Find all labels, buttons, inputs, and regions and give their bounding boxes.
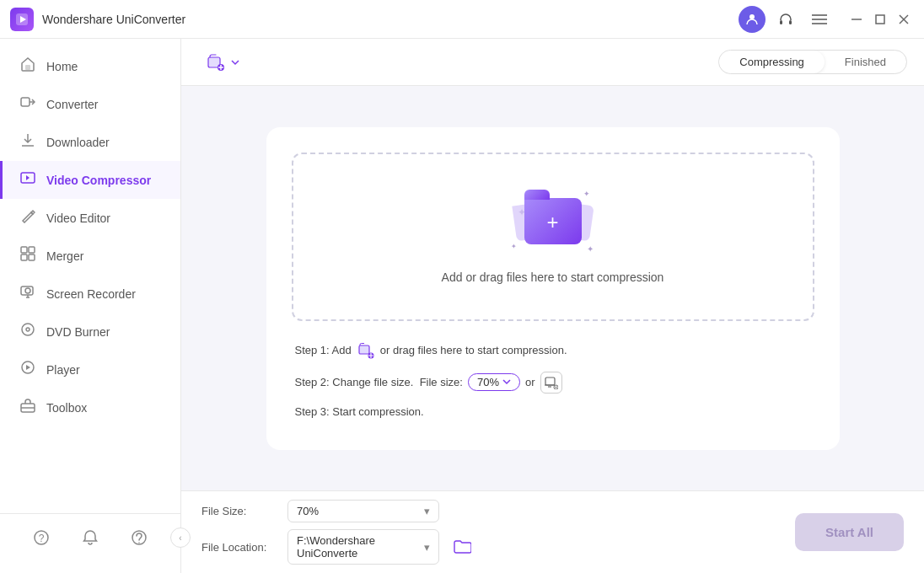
title-bar: Wondershare UniConverter (0, 0, 924, 39)
file-location-value: F:\Wondershare UniConverte (297, 534, 417, 560)
file-size-row: File Size: 70% ▾ (201, 500, 475, 522)
svg-point-26 (26, 328, 30, 331)
sidebar-item-label-screen-recorder: Screen Recorder (46, 287, 136, 301)
help-icon[interactable]: ? (28, 524, 55, 551)
svg-rect-18 (29, 247, 35, 253)
sidebar-item-dvd-burner[interactable]: DVD Burner (0, 313, 180, 351)
headphone-icon[interactable] (772, 6, 799, 33)
svg-rect-3 (780, 20, 782, 24)
sidebar-item-label-video-compressor: Video Compressor (46, 174, 151, 187)
feedback-icon[interactable] (126, 524, 153, 551)
menu-icon[interactable] (806, 6, 833, 33)
toolbox-icon (19, 398, 36, 417)
tab-compressing[interactable]: Compressing (719, 51, 825, 73)
step-1-row: Step 1: Add or drag files here (295, 341, 811, 360)
content-top-bar: Compressing Finished (181, 39, 924, 86)
title-bar-left: Wondershare UniConverter (10, 8, 185, 31)
steps-area: Step 1: Add or drag files here (292, 341, 814, 418)
tab-finished[interactable]: Finished (825, 51, 906, 73)
step-1-add-icon (357, 341, 375, 360)
browse-folder-button[interactable] (449, 534, 475, 560)
converter-icon (19, 94, 36, 114)
folder-main: + (524, 198, 582, 244)
svg-rect-17 (21, 247, 27, 253)
svg-rect-4 (789, 20, 792, 24)
or-text: or (525, 376, 535, 388)
file-location-select[interactable]: F:\Wondershare UniConverte ▾ (287, 529, 439, 565)
home-icon (19, 56, 36, 76)
sidebar-item-screen-recorder[interactable]: Screen Recorder (0, 275, 180, 313)
bottom-bar: File Size: 70% ▾ File Location: F:\Wonde… (181, 490, 924, 573)
sidebar-item-video-editor[interactable]: Video Editor (0, 199, 180, 237)
sidebar-item-label-dvd-burner: DVD Burner (46, 325, 110, 339)
folder-icon-group: ✦ ✦ ✦ ✦ + (511, 190, 595, 257)
file-location-select-arrow: ▾ (424, 541, 430, 554)
title-bar-controls (739, 6, 914, 33)
sidebar-item-home[interactable]: Home (0, 47, 180, 85)
sidebar-item-label-home: Home (46, 60, 78, 73)
close-button[interactable] (894, 9, 914, 29)
svg-rect-13 (21, 98, 30, 106)
sidebar-item-toolbox[interactable]: Toolbox (0, 388, 180, 426)
step-3-text: Step 3: Start compression. (295, 405, 424, 418)
maximize-button[interactable] (870, 9, 890, 29)
file-location-label: File Location: (201, 541, 277, 554)
svg-point-22 (25, 288, 30, 293)
svg-rect-9 (876, 15, 884, 24)
tab-switcher: Compressing Finished (718, 50, 907, 74)
svg-point-33 (138, 542, 140, 544)
drop-zone-card: ✦ ✦ ✦ ✦ + Add or drag files here to star… (266, 127, 840, 450)
notification-icon[interactable] (77, 524, 104, 551)
window-controls (846, 9, 914, 29)
svg-text:?: ? (39, 533, 45, 544)
app-title: Wondershare UniConverter (42, 13, 185, 26)
sidebar: Home Converter Downloader (0, 39, 181, 573)
start-all-button[interactable]: Start All (795, 513, 904, 551)
sparkle-decoration-br: ✦ (587, 244, 594, 254)
sidebar-item-downloader[interactable]: Downloader (0, 123, 180, 161)
sidebar-item-player[interactable]: Player (0, 351, 180, 388)
sidebar-item-label-player: Player (46, 363, 80, 377)
sidebar-item-merger[interactable]: Merger (0, 237, 180, 275)
add-file-button[interactable] (198, 48, 249, 77)
folder-plus-icon: + (546, 211, 558, 234)
sidebar-item-label-toolbox: Toolbox (46, 401, 87, 415)
svg-rect-39 (359, 345, 369, 354)
svg-rect-19 (21, 254, 27, 260)
drop-zone-wrapper: ✦ ✦ ✦ ✦ + Add or drag files here to star… (181, 86, 924, 490)
video-editor-icon (19, 208, 36, 228)
sidebar-bottom: ? (0, 513, 180, 561)
sidebar-item-label-video-editor: Video Editor (46, 212, 110, 225)
content-area: Compressing Finished ✦ ✦ ✦ ✦ (181, 39, 924, 573)
user-account-icon[interactable] (739, 6, 766, 33)
sidebar-item-video-compressor[interactable]: Video Compressor (0, 161, 180, 199)
sidebar-item-label-downloader: Downloader (46, 136, 110, 149)
downloader-icon (19, 132, 36, 152)
player-icon (19, 360, 36, 379)
file-size-select-value: 70% (297, 505, 319, 517)
merger-icon (19, 246, 36, 265)
svg-point-25 (22, 324, 34, 335)
drop-area-text: Add or drag files here to start compress… (442, 270, 664, 284)
file-size-select-bottom[interactable]: 70% ▾ (287, 500, 439, 522)
sidebar-collapse-button[interactable]: ‹ (170, 527, 191, 548)
step-3-row: Step 3: Start compression. (295, 405, 811, 418)
file-size-dropdown[interactable]: 70% (468, 373, 520, 391)
sidebar-item-converter[interactable]: Converter (0, 85, 180, 123)
drop-area[interactable]: ✦ ✦ ✦ ✦ + Add or drag files here to star… (292, 153, 814, 321)
dvd-burner-icon (19, 322, 36, 341)
minimize-button[interactable] (846, 9, 867, 29)
step-1-text-after: or drag files here to start compression. (380, 344, 567, 356)
sparkle-decoration-tr: ✦ (583, 190, 590, 198)
custom-settings-button[interactable] (540, 372, 562, 394)
svg-rect-20 (29, 254, 35, 260)
main-layout: Home Converter Downloader (0, 39, 924, 573)
svg-rect-12 (25, 65, 30, 70)
file-size-select-arrow: ▾ (424, 505, 430, 517)
file-size-value: 70% (477, 376, 499, 388)
bottom-fields: File Size: 70% ▾ File Location: F:\Wonde… (201, 500, 475, 565)
sparkle-decoration-bl: ✦ (511, 243, 517, 250)
svg-rect-44 (545, 378, 555, 385)
step-2-text: Step 2: Change file size. File size: (295, 376, 463, 388)
video-compressor-icon (19, 170, 36, 190)
